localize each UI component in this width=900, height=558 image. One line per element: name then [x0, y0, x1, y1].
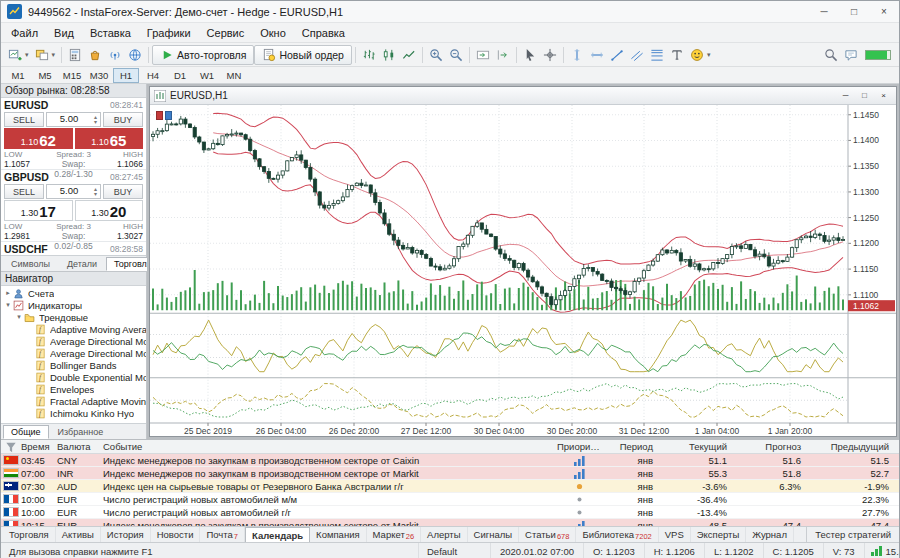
zoom-in-button[interactable]: [426, 45, 446, 65]
text-button[interactable]: [667, 45, 687, 65]
calendar-row[interactable]: 07:00INRИндекс менеджеров по закупкам в …: [1, 467, 899, 480]
toolbox-tab-library[interactable]: Библиотека7202: [576, 527, 658, 542]
tree-item-ichimoku-kinko-hyo[interactable]: fIchimoku Kinko Hyo: [1, 407, 146, 419]
window-minimize-button[interactable]: ─: [809, 1, 839, 22]
new-order-button[interactable]: Новый ордер: [254, 45, 352, 65]
trendline-button[interactable]: [607, 45, 627, 65]
tree-item-adaptive-moving-average[interactable]: fAdaptive Moving Average: [1, 323, 146, 335]
tree-item-average-directional-movement-index[interactable]: fAverage Directional Movement Index: [1, 335, 146, 347]
price-chart[interactable]: 1.14501.14001.13501.13001.12501.12001.11…: [150, 105, 896, 436]
calendar-row[interactable]: 03:45CNYИндекс менеджеров по закупкам в …: [1, 454, 899, 467]
calendar-filter-icon[interactable]: [1, 440, 21, 454]
equidistant-channel-button[interactable]: [627, 45, 647, 65]
line-chart-button[interactable]: [399, 45, 419, 65]
menu-help[interactable]: Справка: [294, 23, 353, 42]
toolbox-tab-calendar[interactable]: Календарь: [245, 527, 310, 542]
auto-scroll-button[interactable]: [473, 45, 493, 65]
timeframe-w1[interactable]: W1: [194, 68, 220, 83]
search-button[interactable]: [821, 45, 841, 65]
cursor-button[interactable]: [520, 45, 540, 65]
toolbox-tab-history[interactable]: История: [101, 527, 151, 542]
bid-price[interactable]: 1.1062: [4, 128, 73, 149]
bars-chart-button[interactable]: [359, 45, 379, 65]
calendar-row[interactable]: 07:30AUDИндекс цен на сырьевые товары от…: [1, 480, 899, 493]
candles-chart-button[interactable]: [379, 45, 399, 65]
calendar-row[interactable]: 10:15EURИндекс менеджеров по закупкам в …: [1, 519, 899, 526]
market-watch-tab-details[interactable]: Детали: [59, 257, 105, 271]
window-restore-button[interactable]: □: [839, 1, 869, 22]
symbol-name[interactable]: USDCHF: [4, 243, 48, 255]
ask-price[interactable]: 1.1065: [75, 128, 144, 149]
toolbox-tab-alerts[interactable]: Алерты: [421, 527, 467, 542]
navigator-tab-common[interactable]: Общие: [3, 425, 49, 439]
auto-trading-button[interactable]: Авто-торговля: [152, 45, 254, 65]
toolbox-tab-vps[interactable]: VPS: [659, 527, 691, 542]
menu-file[interactable]: Файл: [3, 23, 46, 42]
symbol-name[interactable]: GBPUSD: [4, 171, 49, 183]
chart-shift-button[interactable]: [493, 45, 513, 65]
zoom-out-button[interactable]: [446, 45, 466, 65]
market-watch-tab-symbols[interactable]: Символы: [3, 257, 58, 271]
toolbox-tab-news[interactable]: Новости: [151, 527, 201, 542]
sell-button[interactable]: SELL: [4, 184, 44, 199]
symbol-name[interactable]: EURUSD: [4, 99, 48, 111]
buy-button[interactable]: BUY: [103, 184, 143, 199]
chart-maximize-button[interactable]: □: [856, 89, 873, 102]
ask-price[interactable]: 1.3020: [75, 200, 144, 221]
chart-close-button[interactable]: ×: [875, 89, 892, 102]
tree-item-trend[interactable]: ▾Трендовые: [1, 311, 146, 323]
menu-charts[interactable]: Графики: [139, 23, 199, 42]
sell-button[interactable]: SELL: [4, 112, 44, 127]
tree-item-fractal-adaptive-moving-average[interactable]: fFractal Adaptive Moving Average: [1, 395, 146, 407]
timeframe-m15[interactable]: M15: [59, 68, 85, 83]
tree-item-envelopes[interactable]: fEnvelopes: [1, 383, 146, 395]
bid-price[interactable]: 1.3017: [4, 200, 73, 221]
menu-insert[interactable]: Вставка: [82, 23, 139, 42]
buy-button[interactable]: BUY: [103, 112, 143, 127]
toolbox-tab-trade[interactable]: Торговля: [3, 527, 56, 542]
volume-spinner[interactable]: 5.00▴▾: [46, 112, 101, 127]
crosshair-button[interactable]: [540, 45, 560, 65]
toolbox-tab-articles[interactable]: Статьи678: [519, 527, 576, 542]
fibonacci-button[interactable]: [647, 45, 667, 65]
tree-item-bollinger-bands[interactable]: fBollinger Bands: [1, 359, 146, 371]
tree-item-average-directional-movement-index-wilder[interactable]: fAverage Directional Movement Index Wild…: [1, 347, 146, 359]
signals-button[interactable]: [105, 45, 125, 65]
navigator-tab-favorites[interactable]: Избранное: [50, 425, 112, 439]
toolbox-tab-company[interactable]: Компания: [310, 527, 366, 542]
horizontal-line-button[interactable]: [587, 45, 607, 65]
expanded-arrow-icon[interactable]: ▾: [3, 301, 13, 309]
market-button[interactable]: [85, 45, 105, 65]
timeframe-h4[interactable]: H4: [140, 68, 166, 83]
collapsed-arrow-icon[interactable]: ▸: [3, 289, 13, 297]
one-click-trading-toggle[interactable]: [156, 111, 172, 120]
menu-window[interactable]: Окно: [252, 23, 294, 42]
tree-item-double-exponential-moving-average[interactable]: fDouble Exponential Moving Average: [1, 371, 146, 383]
toolbox-tab-mail[interactable]: Почта7: [200, 527, 245, 542]
window-close-button[interactable]: ×: [869, 1, 899, 22]
menu-service[interactable]: Сервис: [199, 23, 253, 42]
expanded-arrow-icon[interactable]: ▾: [14, 313, 24, 321]
strategy-tester-button[interactable]: [65, 45, 85, 65]
timeframe-m5[interactable]: M5: [32, 68, 58, 83]
strategy-tester-tab[interactable]: Тестер стратегий: [806, 527, 899, 542]
toolbox-tab-signals[interactable]: Сигналы: [468, 527, 520, 542]
timeframe-m30[interactable]: M30: [86, 68, 112, 83]
community-button[interactable]: [125, 45, 145, 65]
calendar-row[interactable]: 10:00EURЧисло регистраций новых автомоби…: [1, 506, 899, 519]
timeframe-mn[interactable]: MN: [221, 68, 247, 83]
volume-down-arrow-icon[interactable]: ▾: [94, 120, 97, 125]
toolbox-tab-assets[interactable]: Активы: [56, 527, 101, 542]
menu-view[interactable]: Вид: [46, 23, 82, 42]
timeframe-m1[interactable]: M1: [5, 68, 31, 83]
volume-down-arrow-icon[interactable]: ▾: [94, 192, 97, 197]
chat-button[interactable]: [841, 45, 861, 65]
objects-button[interactable]: ▾: [687, 45, 714, 65]
toolbox-tab-market[interactable]: Маркет26: [367, 527, 422, 542]
timeframe-d1[interactable]: D1: [167, 68, 193, 83]
volume-spinner[interactable]: 5.00▴▾: [46, 184, 101, 199]
toolbox-tab-experts[interactable]: Эксперты: [691, 527, 747, 542]
tree-item-accounts[interactable]: ▸Счета: [1, 287, 146, 299]
tree-item-indicators[interactable]: ▾Индикаторы: [1, 299, 146, 311]
new-chart-button[interactable]: ▾: [5, 45, 32, 65]
